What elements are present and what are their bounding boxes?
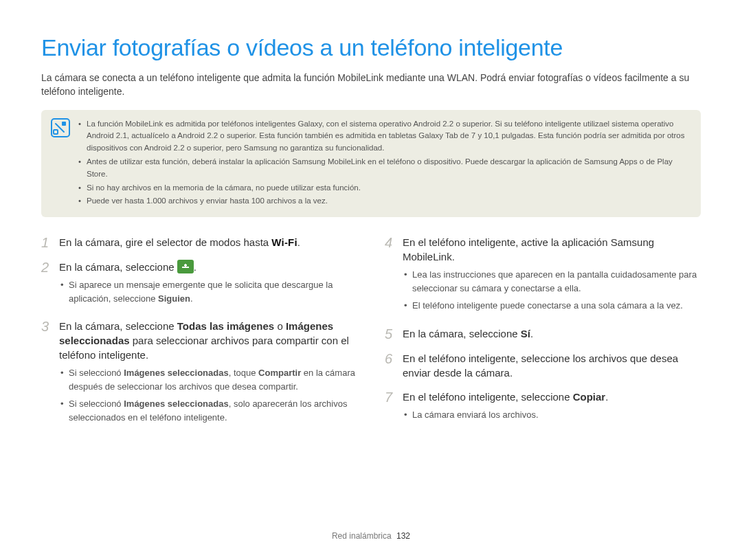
step-3: 3 En la cámara, seleccione Todas las imá… <box>41 319 357 428</box>
page-title: Enviar fotografías o vídeos a un teléfon… <box>41 34 701 61</box>
step-body: En el teléfono inteligente, seleccione C… <box>403 390 701 426</box>
sub-item: Lea las instrucciones que aparecen en la… <box>403 268 701 295</box>
sub-item: Si seleccionó Imágenes seleccionadas, so… <box>59 397 357 424</box>
step-body: En la cámara, seleccione . Si aparece un… <box>59 260 357 309</box>
step-1: 1 En la cámara, gire el selector de modo… <box>41 235 357 250</box>
step-5: 5 En la cámara, seleccione Sí. <box>385 326 701 341</box>
step-text: . <box>297 236 300 248</box>
note-item: Si no hay archivos en la memoria de la c… <box>78 182 688 194</box>
step-number: 6 <box>385 351 396 380</box>
sub-item: Si seleccionó Imágenes seleccionadas, to… <box>59 366 357 393</box>
step-text: En la cámara, gire el selector de modos … <box>59 236 271 248</box>
svg-rect-1 <box>62 122 66 126</box>
note-item: Puede ver hasta 1.000 archivos y enviar … <box>78 195 688 208</box>
step-number: 4 <box>385 235 396 317</box>
step-text: En la cámara, seleccione <box>59 261 177 273</box>
step-7: 7 En el teléfono inteligente, seleccione… <box>385 390 701 426</box>
step-2: 2 En la cámara, seleccione . Si aparece … <box>41 260 357 309</box>
step-body: En el teléfono inteligente, seleccione l… <box>403 351 701 380</box>
sub-item: La cámara enviará los archivos. <box>403 408 701 422</box>
sub-item: Si aparece un mensaje emergente que le s… <box>59 278 357 305</box>
step-text: En la cámara, seleccione Sí. <box>403 328 533 339</box>
step-text: En el teléfono inteligente, active la ap… <box>403 236 654 262</box>
step-4: 4 En el teléfono inteligente, active la … <box>385 235 701 317</box>
content-columns: 1 En la cámara, gire el selector de modo… <box>41 235 701 438</box>
wifi-icon: Wi-Fi <box>271 235 297 249</box>
note-item: Antes de utilizar esta función, deberá i… <box>78 156 688 181</box>
note-box: La función MobileLink es admitida por te… <box>41 110 701 218</box>
sub-list: Lea las instrucciones que aparecen en la… <box>403 268 701 313</box>
sub-item: El teléfono inteligente puede conectarse… <box>403 299 701 313</box>
step-number: 2 <box>41 260 52 309</box>
step-text: En el teléfono inteligente, seleccione l… <box>403 352 678 379</box>
step-text: En el teléfono inteligente, seleccione C… <box>403 391 608 403</box>
svg-rect-2 <box>54 130 58 134</box>
step-body: En la cámara, seleccione Sí. <box>403 326 701 341</box>
page-number: 132 <box>396 531 410 541</box>
step-number: 3 <box>41 319 52 428</box>
footer-label: Red inalámbrica <box>332 531 392 541</box>
sub-list: Si seleccionó Imágenes seleccionadas, to… <box>59 366 357 424</box>
step-text: . <box>194 261 196 273</box>
note-list: La función MobileLink es admitida por te… <box>78 118 688 210</box>
step-6: 6 En el teléfono inteligente, seleccione… <box>385 351 701 380</box>
sub-list: La cámara enviará los archivos. <box>403 408 701 422</box>
step-number: 5 <box>385 326 396 341</box>
step-number: 7 <box>385 390 396 426</box>
step-text: En la cámara, seleccione Todas las imáge… <box>59 320 349 361</box>
sub-list: Si aparece un mensaje emergente que le s… <box>59 278 357 305</box>
intro-paragraph: La cámara se conecta a un teléfono intel… <box>41 71 701 99</box>
note-icon <box>51 118 70 137</box>
column-left: 1 En la cámara, gire el selector de modo… <box>41 235 357 438</box>
step-body: En el teléfono inteligente, active la ap… <box>403 235 701 317</box>
step-number: 1 <box>41 235 52 250</box>
step-body: En la cámara, gire el selector de modos … <box>59 235 357 250</box>
page-root: Enviar fotografías o vídeos a un teléfon… <box>0 0 742 560</box>
step-body: En la cámara, seleccione Todas las imáge… <box>59 319 357 428</box>
column-right: 4 En el teléfono inteligente, active la … <box>385 235 701 438</box>
page-footer: Red inalámbrica 132 <box>0 531 742 541</box>
note-item: La función MobileLink es admitida por te… <box>78 118 688 155</box>
mobilelink-app-icon <box>177 260 194 273</box>
